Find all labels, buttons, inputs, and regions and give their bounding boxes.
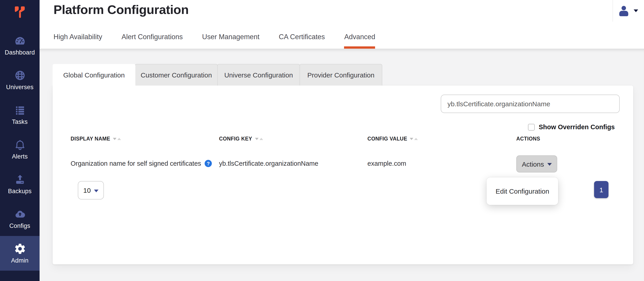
- cell-config-key: yb.tlsCertificate.organizationName: [219, 160, 318, 167]
- configs-cloud-icon: [14, 208, 26, 220]
- sidebar-item-label: Configs: [10, 222, 30, 229]
- admin-gear-icon: [14, 243, 26, 255]
- tab-user-management[interactable]: User Management: [202, 30, 260, 49]
- sidebar-item-label: Backups: [8, 188, 32, 194]
- column-header-display-name[interactable]: DISPLAY NAME: [70, 136, 121, 141]
- subtab-universe-configuration[interactable]: Universe Configuration: [217, 64, 300, 86]
- sidebar-item-alerts[interactable]: Alerts: [0, 132, 40, 167]
- sidebar-item-backups[interactable]: Backups: [0, 167, 40, 201]
- cell-display-name: Organization name for self signed certif…: [70, 160, 212, 167]
- sidebar-item-dashboard[interactable]: Dashboard: [0, 28, 40, 63]
- global-configuration-panel: Show Overriden Configs DISPLAY NAME CONF…: [52, 86, 633, 264]
- sidebar-item-label: Dashboard: [5, 49, 35, 56]
- user-menu[interactable]: [612, 0, 644, 22]
- sort-desc-icon: [113, 138, 116, 140]
- chevron-down-icon: [547, 163, 552, 166]
- alerts-bell-icon: [14, 139, 26, 151]
- sidebar-item-configs[interactable]: Configs: [0, 201, 40, 236]
- user-icon: [619, 6, 629, 16]
- dashboard-icon: [14, 35, 26, 47]
- sort-asc-icon: [259, 138, 263, 140]
- config-subtabs: Global Configuration Customer Configurat…: [52, 64, 382, 86]
- sidebar-nav: Dashboard Universes Tasks: [0, 28, 40, 271]
- subtab-provider-configuration[interactable]: Provider Configuration: [300, 64, 382, 86]
- menu-item-edit-configuration[interactable]: Edit Configuration: [486, 187, 558, 195]
- actions-dropdown-menu: Edit Configuration: [486, 177, 558, 205]
- app-root: Dashboard Universes Tasks: [0, 0, 644, 281]
- sort-desc-icon: [410, 138, 414, 140]
- sort-asc-icon: [414, 138, 418, 140]
- chevron-down-icon: [94, 189, 98, 192]
- sidebar-item-admin[interactable]: Admin: [0, 236, 40, 271]
- sidebar-item-label: Admin: [11, 257, 28, 264]
- page-size-select[interactable]: 10: [78, 181, 104, 199]
- topbar: Platform Configuration High Availability…: [40, 0, 644, 49]
- show-overridden-checkbox[interactable]: [528, 124, 535, 130]
- page-title: Platform Configuration: [54, 2, 189, 18]
- chevron-down-icon: [634, 10, 638, 12]
- yugabyte-logo[interactable]: [0, 4, 40, 20]
- help-icon[interactable]: ?: [204, 160, 212, 167]
- column-header-config-key[interactable]: CONFIG KEY: [219, 136, 263, 141]
- sidebar: Dashboard Universes Tasks: [0, 0, 40, 281]
- content-area: Global Configuration Customer Configurat…: [40, 49, 644, 281]
- tab-advanced[interactable]: Advanced: [344, 30, 375, 49]
- subtab-global-configuration[interactable]: Global Configuration: [52, 64, 135, 86]
- sidebar-item-label: Alerts: [12, 153, 28, 160]
- sidebar-item-label: Tasks: [12, 118, 28, 125]
- tab-high-availability[interactable]: High Availability: [54, 30, 102, 49]
- sidebar-item-universes[interactable]: Universes: [0, 63, 40, 97]
- tab-ca-certificates[interactable]: CA Certificates: [279, 30, 325, 49]
- column-header-config-value[interactable]: CONFIG VALUE: [368, 136, 418, 141]
- backups-upload-icon: [14, 173, 26, 185]
- pagination-page-1-button[interactable]: 1: [594, 181, 608, 198]
- main-tabs: High Availability Alert Configurations U…: [54, 30, 375, 49]
- subtab-customer-configuration[interactable]: Customer Configuration: [135, 64, 218, 86]
- show-overridden-label: Show Overriden Configs: [539, 123, 615, 131]
- config-search-input[interactable]: [441, 95, 620, 113]
- sort-asc-icon: [118, 138, 121, 140]
- sidebar-item-tasks[interactable]: Tasks: [0, 97, 40, 132]
- sort-desc-icon: [255, 138, 258, 140]
- screen: Dashboard Universes Tasks: [0, 0, 644, 281]
- sidebar-item-label: Universes: [6, 84, 34, 91]
- row-actions-button[interactable]: Actions: [516, 155, 557, 172]
- universes-globe-icon: [14, 69, 26, 82]
- yugabyte-logo-icon: [12, 4, 28, 20]
- sort-icons: [410, 138, 418, 140]
- sort-icons: [255, 138, 263, 140]
- sort-icons: [113, 138, 121, 140]
- tab-alert-configurations[interactable]: Alert Configurations: [122, 30, 183, 49]
- show-overridden-configs-toggle[interactable]: Show Overriden Configs: [528, 123, 615, 131]
- column-header-actions: ACTIONS: [516, 136, 540, 141]
- tasks-list-icon: [14, 104, 26, 116]
- cell-config-value: example.com: [368, 160, 406, 167]
